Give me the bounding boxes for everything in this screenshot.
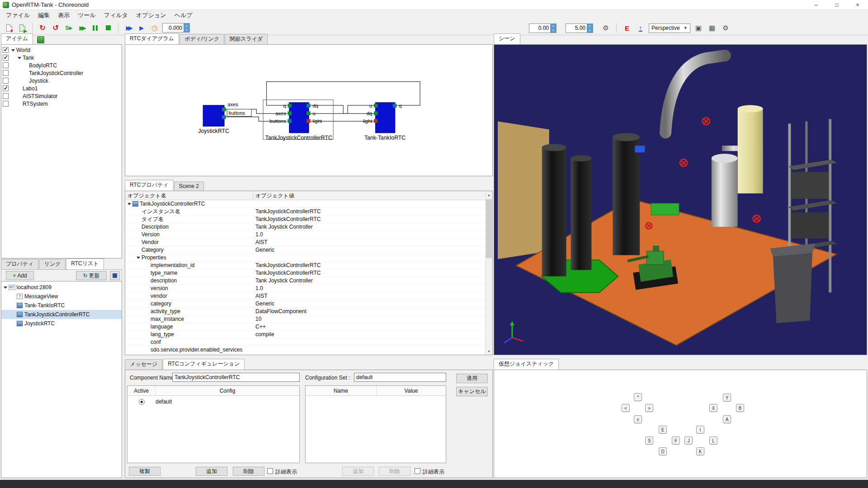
playback-end-input[interactable] — [566, 24, 587, 33]
item-checkbox[interactable] — [3, 85, 9, 91]
tree-item[interactable]: Joystick — [1, 77, 122, 84]
tab[interactable]: ボディ/リンク — [179, 34, 224, 44]
tab[interactable]: メッセージ — [125, 359, 162, 370]
item-checkbox[interactable] — [3, 93, 9, 99]
config-values-table[interactable]: Name Value — [305, 385, 446, 463]
menu-item[interactable]: 表示 — [54, 10, 74, 21]
menu-item[interactable]: 編集 — [34, 10, 54, 21]
property-row[interactable]: description Tank Joystick Controller — [125, 277, 492, 285]
joystick-key[interactable]: < — [622, 404, 630, 412]
add-value-button[interactable]: 追加 — [342, 467, 374, 476]
playback-start-input[interactable] — [529, 24, 550, 33]
menu-item[interactable]: ファイル — [2, 10, 34, 21]
scroll-up-icon[interactable]: ▲ — [486, 191, 492, 198]
tab-items[interactable]: アイテム — [1, 33, 33, 44]
joystick-key[interactable]: B — [736, 404, 744, 412]
menu-item[interactable]: フィルタ — [100, 10, 132, 21]
seek-playback-icon[interactable]: ▶▶ — [123, 23, 134, 33]
scroll-down-icon[interactable]: ▼ — [486, 347, 492, 355]
pause-simulation-icon[interactable] — [90, 23, 100, 33]
property-row[interactable]: max_instance 10 — [125, 315, 492, 323]
cancel-button[interactable]: キャンセル — [456, 387, 488, 396]
menu-item[interactable]: ヘルプ — [170, 10, 197, 21]
close-button[interactable]: × — [847, 0, 868, 9]
delete-value-button[interactable]: 削除 — [379, 467, 410, 476]
fit-view-icon[interactable]: ↑ — [635, 23, 646, 33]
playback-start-stepper[interactable]: ▲▼ — [550, 24, 556, 33]
scene-3d-view[interactable] — [494, 45, 867, 355]
duplicate-button[interactable]: 複製 — [129, 467, 160, 476]
joystick-key[interactable]: S — [645, 436, 653, 445]
expander-icon[interactable] — [11, 48, 15, 52]
tab[interactable]: Scene 2 — [174, 182, 204, 191]
rtc-host-row[interactable]: RT localhost:2809 — [1, 283, 122, 292]
stop-simulation-icon[interactable] — [103, 23, 113, 33]
property-row[interactable]: vendor AIST — [125, 292, 492, 300]
tree-item[interactable]: AISTSimulator — [1, 92, 122, 100]
rtc-list-item[interactable]: MessageView — [1, 292, 122, 301]
time-stepper[interactable]: ▲▼ — [184, 23, 189, 32]
tab-scene[interactable]: シーン — [494, 33, 520, 44]
rtc-list-item[interactable]: JoystickRTC — [1, 319, 122, 328]
tab[interactable]: RTCダイアグラム — [125, 33, 179, 44]
time-settings-icon[interactable]: ⚙ — [600, 23, 611, 33]
property-scrollbar[interactable]: ▲ ▼ — [485, 191, 492, 355]
tab[interactable]: 関節スライダ — [225, 34, 268, 44]
joystick-key[interactable]: A — [723, 415, 731, 423]
tab[interactable]: RTCリスト — [66, 258, 104, 269]
add-config-button[interactable]: 追加 — [196, 467, 227, 476]
property-row[interactable]: Description Tank Joystick Controller — [125, 223, 492, 231]
reload-project-icon[interactable]: ▶ — [17, 23, 28, 33]
store-world-state-icon[interactable]: ↻ — [37, 23, 48, 33]
restore-world-state-icon[interactable]: ↺ — [50, 23, 61, 33]
scrollbar-thumb[interactable] — [486, 199, 492, 258]
property-row[interactable]: version 1.0 — [125, 285, 492, 292]
minimize-button[interactable]: – — [806, 0, 826, 9]
column-object-value[interactable]: オブジェクト値 — [253, 191, 492, 200]
joystick-key[interactable]: v — [634, 415, 642, 423]
collision-view-icon[interactable]: ▣ — [693, 23, 704, 33]
wireframe-icon[interactable]: ▦ — [707, 23, 717, 33]
property-row[interactable]: conf — [125, 338, 492, 346]
tree-item[interactable]: RTSystem — [1, 100, 122, 108]
tree-item[interactable]: Tank — [1, 54, 122, 61]
config-active-radio[interactable] — [139, 399, 145, 405]
item-checkbox[interactable] — [3, 55, 9, 61]
property-row[interactable]: Properties — [125, 254, 492, 262]
start-simulation-icon[interactable]: S▶ — [63, 23, 74, 33]
playback-end-spinbox[interactable]: ▲▼ — [566, 23, 593, 33]
component-name-field[interactable]: TankJoystickControllerRTC — [172, 373, 300, 382]
property-row[interactable]: language C++ — [125, 323, 492, 331]
property-row[interactable]: タイプ名 TankJoystickControllerRTC — [125, 216, 492, 223]
tree-item[interactable]: BodyIoRTC — [1, 61, 122, 69]
property-row[interactable]: Vendor AIST — [125, 239, 492, 246]
tab[interactable]: RTCコンフィギュレーション — [163, 359, 245, 370]
playback-start-spinbox[interactable]: ▲▼ — [529, 23, 557, 33]
joystick-key[interactable]: > — [645, 404, 653, 412]
time-spinbox[interactable]: ▲▼ — [162, 23, 190, 33]
tab[interactable]: RTCプロパティ — [125, 180, 174, 191]
item-checkbox[interactable] — [3, 101, 9, 107]
save-project-icon[interactable]: ▼ — [4, 23, 14, 33]
config-set-table[interactable]: Active Config default — [127, 385, 300, 463]
play-animation-icon[interactable]: ▶ — [136, 23, 147, 33]
apply-button[interactable]: 適用 — [456, 374, 488, 383]
expander-icon[interactable] — [17, 56, 22, 60]
time-sync-icon[interactable]: ◷ — [149, 23, 160, 33]
property-row[interactable]: インスタンス名 TankJoystickControllerRTC — [125, 208, 492, 216]
projection-dropdown[interactable]: Perspective ▼ — [649, 23, 690, 33]
item-checkbox[interactable] — [3, 78, 9, 84]
rtc-diagram-canvas[interactable]: JoystickRTC axes buttons TankJoystickCon… — [125, 45, 492, 176]
update-rtc-button[interactable]: ↻更新 — [76, 271, 107, 280]
joystick-key[interactable]: E — [659, 426, 667, 434]
item-checkbox[interactable] — [3, 70, 9, 76]
detail-view-checkbox[interactable] — [267, 468, 273, 474]
configuration-set-field[interactable]: default — [354, 373, 446, 382]
scene-settings-icon[interactable]: ⚙ — [720, 23, 731, 33]
property-row[interactable]: Category Generic — [125, 246, 492, 254]
expander-icon[interactable] — [3, 285, 8, 290]
maximize-button[interactable]: □ — [826, 0, 847, 9]
joystick-key[interactable]: ^ — [634, 393, 642, 401]
joystick-key[interactable]: Y — [723, 394, 731, 402]
add-rtc-button[interactable]: +Add — [6, 271, 34, 280]
